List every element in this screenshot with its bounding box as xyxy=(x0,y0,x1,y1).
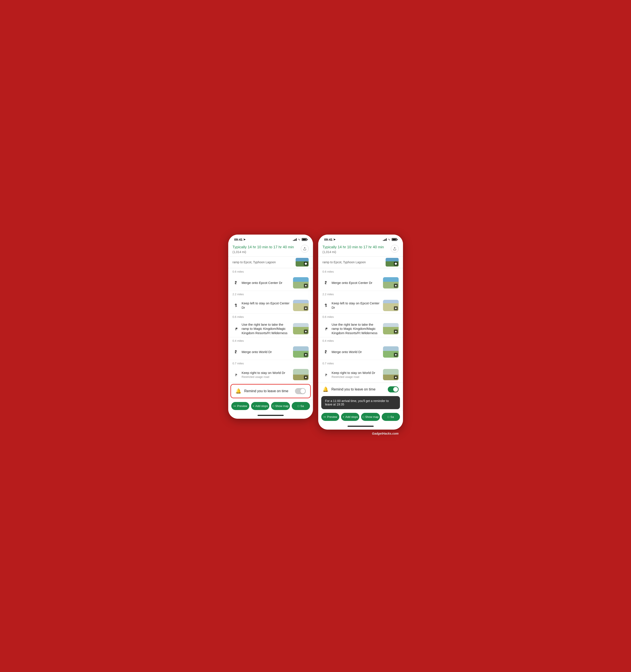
dir-text-3-left: Merge onto World Dr xyxy=(242,350,290,354)
dir-thumb-0-right xyxy=(383,277,398,288)
status-time-right: 09:41 ➤ xyxy=(324,238,336,241)
toggle-left[interactable] xyxy=(295,388,306,394)
direction-row-0-right: Merge onto Epcot Center Dr xyxy=(318,275,403,291)
dir-thumb-trunc-right xyxy=(386,258,398,267)
add-stops-button-right[interactable]: + Add stops xyxy=(341,413,359,421)
home-indicator-right xyxy=(347,426,374,427)
dir-icon-0-right xyxy=(322,280,329,286)
distance-row-3-left: 0.4 miles xyxy=(228,337,313,344)
dir-thumb-2-right xyxy=(383,323,398,334)
show-map-button-right[interactable]: □ Show map xyxy=(361,413,380,421)
distance-row-2-left: 0.6 miles xyxy=(228,313,313,320)
svg-point-27 xyxy=(395,331,396,332)
save-button-right[interactable]: □ Sa xyxy=(382,413,400,421)
signal-icon-right xyxy=(383,238,387,241)
toggle-knob-left xyxy=(300,389,305,393)
direction-row-0-left: Merge onto Epcot Center Dr xyxy=(228,275,313,291)
svg-point-30 xyxy=(395,354,396,356)
distance-row-0-right: 0.6 miles xyxy=(318,268,403,275)
directions-list-right: ramp to Epcot, Typhoon Lagoon 0.6 miles … xyxy=(318,257,403,383)
distance-row-1-right: 2.2 miles xyxy=(318,291,403,297)
distance-row-5-left: 2.5 miles xyxy=(228,382,313,383)
home-indicator-left xyxy=(258,415,284,416)
direction-row-2-left: Use the right lane to take the ramp to M… xyxy=(228,320,313,337)
route-title-text-right: Typically 14 hr 10 min to 17 hr 40 min xyxy=(322,245,384,249)
dir-main-4-right: Keep right to stay on World Dr xyxy=(332,371,380,375)
show-map-button-left[interactable]: □ Show map xyxy=(271,402,290,410)
signal-icon xyxy=(293,238,297,241)
dir-main-0-left: Merge onto Epcot Center Dr xyxy=(242,281,290,285)
svg-point-16 xyxy=(305,377,307,378)
svg-point-21 xyxy=(395,285,396,286)
dir-sub-4-left: Restricted usage road xyxy=(242,375,290,379)
dir-thumb-4-right xyxy=(383,369,398,380)
toggle-right[interactable] xyxy=(388,386,398,392)
add-stops-icon-right: + xyxy=(343,415,344,418)
home-bar-left xyxy=(228,412,313,419)
dir-icon-ramp-left xyxy=(233,326,239,332)
reminder-text-right: Remind you to leave on time xyxy=(332,387,385,391)
preview-button-left[interactable]: »» Preview xyxy=(231,402,249,410)
route-title-text-left: Typically 14 hr 10 min to 17 hr 40 min xyxy=(233,245,294,249)
direction-row-4-left: Keep right to stay on World Dr Restricte… xyxy=(228,367,313,382)
direction-row-2-right: Use the right lane to take the ramp to M… xyxy=(318,320,403,337)
reminder-row-right: 🔔 Remind you to leave on time xyxy=(318,383,403,396)
reminder-row-left: 🔔 Remind you to leave on time xyxy=(231,385,310,398)
route-subtitle-left: (1,014 mi) xyxy=(233,250,294,254)
dir-icon-1-right xyxy=(322,302,329,309)
directions-list-left: ramp to Epcot, Typhoon Lagoon 0.6 miles xyxy=(228,257,313,383)
dir-thumb-0-left xyxy=(293,277,309,288)
dir-text-1-left: Keep left to stay on Epcot Center Dr xyxy=(242,301,290,310)
dir-text-0-left: Merge onto Epcot Center Dr xyxy=(242,281,290,285)
status-time-left: 09:41 ➤ xyxy=(234,238,246,241)
dir-icon-keep-left xyxy=(233,302,239,309)
battery-icon xyxy=(302,238,307,241)
distance-row-0-left: 0.6 miles xyxy=(228,268,313,275)
dir-text-2-left: Use the right lane to take the ramp to M… xyxy=(242,322,290,335)
save-button-left[interactable]: □ Sa xyxy=(292,402,310,410)
svg-point-33 xyxy=(395,377,396,378)
route-header-left: Typically 14 hr 10 min to 17 hr 40 min (… xyxy=(228,243,313,256)
status-icons-right: ∿ xyxy=(383,238,397,241)
dir-thumb-3-right xyxy=(383,346,398,358)
bottom-bar-right: »» Preview + Add stops □ Show map □ Sa xyxy=(318,410,403,423)
dir-icon-keep-right-left xyxy=(233,371,239,378)
bell-icon-right: 🔔 xyxy=(322,387,329,392)
dir-main-0-right: Merge onto Epcot Center Dr xyxy=(332,281,380,285)
thumb-truncated-left xyxy=(296,258,309,267)
direction-row-1-left: Keep left to stay on Epcot Center Dr xyxy=(228,297,313,313)
dir-main-3-right: Merge onto World Dr xyxy=(332,350,380,354)
reminder-text-left: Remind you to leave on time xyxy=(244,389,292,393)
map-icon-right: □ xyxy=(362,415,364,418)
streetview-icon xyxy=(304,262,308,266)
dir-thumb-4-left xyxy=(293,369,309,380)
share-button-right[interactable] xyxy=(391,245,398,253)
bell-icon-left: 🔔 xyxy=(236,388,241,394)
svg-point-24 xyxy=(395,307,396,309)
dir-main-3-left: Merge onto World Dr xyxy=(242,350,290,354)
phones-row: 09:41 ➤ ∿ xyxy=(228,235,403,429)
save-icon-right: □ xyxy=(388,415,389,418)
home-bar-right xyxy=(318,423,403,430)
wifi-icon-right: ∿ xyxy=(388,238,390,241)
wifi-icon: ∿ xyxy=(298,238,300,241)
phone-right: 09:41 ➤ ∿ xyxy=(318,235,403,429)
direction-row-3-right: Merge onto World Dr xyxy=(318,344,403,360)
preview-button-right[interactable]: »» Preview xyxy=(321,413,340,421)
dir-thumb-3-left xyxy=(293,346,309,358)
dir-icon-3-right xyxy=(322,349,329,355)
reminder-highlight-left: 🔔 Remind you to leave on time xyxy=(230,384,311,398)
add-stops-icon-left: + xyxy=(252,404,254,408)
dir-main-1-left: Keep left to stay on Epcot Center Dr xyxy=(242,301,290,310)
preview-icon-right: »» xyxy=(323,415,326,418)
distance-row-4-right: 0.7 miles xyxy=(318,360,403,367)
preview-icon-left: »» xyxy=(234,405,236,407)
add-stops-button-left[interactable]: + Add stops xyxy=(251,402,269,410)
battery-icon-right xyxy=(392,238,397,241)
toast-notification-right: For a 11:00 arrival time, you'll get a r… xyxy=(321,396,400,409)
share-button-left[interactable] xyxy=(301,245,309,253)
distance-row-1-left: 2.2 miles xyxy=(228,291,313,297)
location-arrow-icon-right: ➤ xyxy=(333,238,336,241)
dir-thumb-2-left xyxy=(293,323,309,334)
map-icon-left: □ xyxy=(272,404,274,408)
